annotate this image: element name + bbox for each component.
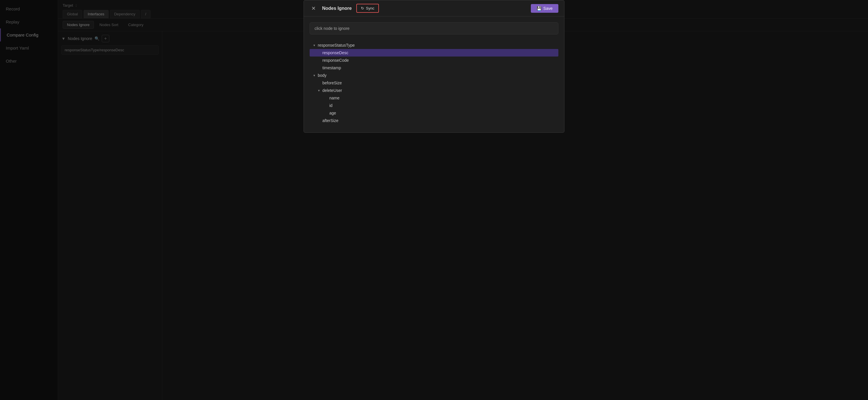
tree-container: ▼ responseStatusType responseDesc respon… bbox=[310, 39, 558, 127]
tree-node-responsestatustype[interactable]: ▼ responseStatusType bbox=[310, 41, 558, 49]
save-button[interactable]: 💾 Save bbox=[531, 4, 558, 13]
tree-toggle-spacer bbox=[317, 51, 321, 55]
tree-toggle-spacer bbox=[317, 65, 321, 70]
modal-title: Nodes Ignore bbox=[322, 6, 352, 11]
modal-overlay: ✕ Nodes Ignore ↻ Sync 💾 Save click node … bbox=[0, 0, 868, 400]
save-icon: 💾 bbox=[537, 6, 541, 11]
tree-toggle-spacer bbox=[317, 118, 321, 123]
tree-node-body[interactable]: ▼ body bbox=[310, 71, 558, 79]
click-hint: click node to ignore bbox=[310, 22, 558, 34]
tree-node-timestamp[interactable]: timestamp bbox=[310, 64, 558, 71]
tree-toggle-spacer bbox=[317, 81, 321, 85]
tree-toggle-icon: ▼ bbox=[317, 88, 321, 93]
nodes-ignore-modal: ✕ Nodes Ignore ↻ Sync 💾 Save click node … bbox=[304, 0, 564, 133]
tree-toggle-icon: ▼ bbox=[312, 43, 317, 48]
modal-body: click node to ignore ▼ responseStatusTyp… bbox=[304, 17, 564, 132]
modal-close-button[interactable]: ✕ bbox=[310, 5, 317, 12]
tree-node-id[interactable]: id bbox=[310, 102, 558, 109]
tree-node-responsecode[interactable]: responseCode bbox=[310, 57, 558, 64]
sync-button[interactable]: ↻ Sync bbox=[356, 4, 379, 13]
tree-node-age[interactable]: age bbox=[310, 109, 558, 117]
modal-header: ✕ Nodes Ignore ↻ Sync 💾 Save bbox=[304, 0, 564, 17]
tree-node-responsedesc[interactable]: responseDesc bbox=[310, 49, 558, 57]
tree-toggle-spacer bbox=[323, 103, 328, 108]
tree-toggle-spacer bbox=[323, 96, 328, 100]
tree-node-aftersize[interactable]: afterSize bbox=[310, 117, 558, 124]
tree-node-deleteuser[interactable]: ▼ deleteUser bbox=[310, 87, 558, 94]
tree-toggle-icon: ▼ bbox=[312, 73, 317, 78]
tree-toggle-spacer bbox=[317, 58, 321, 63]
sync-icon: ↻ bbox=[361, 6, 364, 10]
tree-toggle-spacer bbox=[323, 111, 328, 115]
tree-node-beforesize[interactable]: beforeSize bbox=[310, 79, 558, 87]
tree-node-name[interactable]: name bbox=[310, 94, 558, 102]
